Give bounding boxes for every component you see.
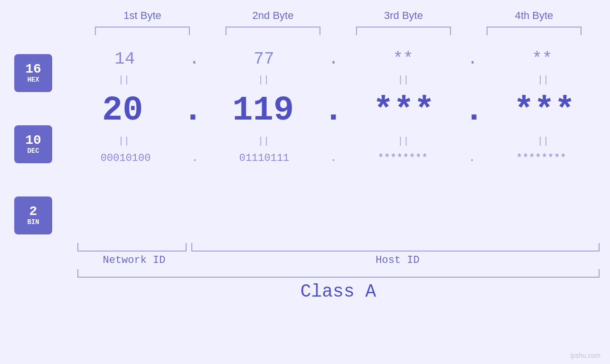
bracket-3 xyxy=(356,27,451,35)
dec-badge-label: DEC xyxy=(27,147,39,155)
byte4-header: 4th Byte xyxy=(482,9,586,22)
bin-badge-number: 2 xyxy=(29,205,38,218)
eq1-b3: || xyxy=(351,75,456,85)
eq2-b1: || xyxy=(72,136,176,147)
byte3-header: 3rd Byte xyxy=(351,9,456,22)
hex-b3: ** xyxy=(351,49,455,69)
dec-row: 20 . 119 . *** . *** xyxy=(66,86,601,135)
bin-dot-2: . xyxy=(330,152,337,164)
watermark: ipshu.com xyxy=(570,352,601,359)
eq2-b3: || xyxy=(351,136,456,147)
network-bracket xyxy=(77,243,187,252)
main-container: 1st Byte 2nd Byte 3rd Byte 4th Byte 16 H… xyxy=(0,0,610,364)
dec-badge-number: 10 xyxy=(25,134,41,147)
hex-dot-2: . xyxy=(328,49,339,69)
dec-dot-3: . xyxy=(464,93,484,128)
dec-b2: 119 xyxy=(211,91,315,130)
host-bracket xyxy=(191,243,600,252)
host-id-label: Host ID xyxy=(196,254,600,266)
bin-badge: 2 BIN xyxy=(14,196,52,234)
eq2-b4: || xyxy=(491,136,595,147)
eq1-b1: || xyxy=(72,75,176,85)
bin-badge-label: BIN xyxy=(27,218,39,226)
hex-badge-label: HEX xyxy=(27,76,39,84)
hex-badge: 16 HEX xyxy=(14,54,52,92)
full-width-bracket xyxy=(77,269,600,278)
eq1-b4: || xyxy=(491,75,595,85)
byte-headers: 1st Byte 2nd Byte 3rd Byte 4th Byte xyxy=(77,9,600,22)
byte1-header: 1st Byte xyxy=(90,9,195,22)
equals-row-1: || || || || xyxy=(66,74,601,86)
dec-dot-2: . xyxy=(323,93,344,128)
bin-dot-1: . xyxy=(192,152,198,164)
bottom-section: Network ID Host ID xyxy=(77,243,600,266)
bin-b1: 00010100 xyxy=(74,152,178,164)
bin-b4: ******** xyxy=(489,152,593,164)
dec-b4: *** xyxy=(492,91,597,130)
network-id-label: Network ID xyxy=(77,254,191,266)
hex-dot-1: . xyxy=(189,49,200,69)
hex-b4: ** xyxy=(490,49,594,69)
equals-row-2: || || || || xyxy=(66,135,601,148)
badges-column: 16 HEX 10 DEC 2 BIN xyxy=(0,45,66,239)
top-brackets xyxy=(77,27,600,35)
eq1-b2: || xyxy=(211,75,316,85)
bracket-4 xyxy=(487,27,582,35)
hex-badge-number: 16 xyxy=(25,63,41,76)
dec-b3: *** xyxy=(352,91,456,130)
bottom-brackets xyxy=(77,243,600,252)
dec-badge: 10 DEC xyxy=(14,125,52,163)
dec-dot-1: . xyxy=(183,93,203,128)
bracket-1 xyxy=(95,27,190,35)
hex-row: 14 . 77 . ** . ** xyxy=(66,45,601,74)
bin-dot-3: . xyxy=(469,152,475,164)
dec-b1: 20 xyxy=(70,91,175,130)
class-label: Class A xyxy=(0,281,610,302)
hex-b1: 14 xyxy=(73,49,177,69)
eq2-b2: || xyxy=(211,136,316,147)
byte2-header: 2nd Byte xyxy=(221,9,325,22)
id-labels: Network ID Host ID xyxy=(77,254,600,266)
bracket-2 xyxy=(225,27,320,35)
bin-b2: 01110111 xyxy=(212,152,317,164)
hex-b2: 77 xyxy=(212,49,316,69)
hex-dot-3: . xyxy=(468,49,478,69)
bin-b3: ******** xyxy=(350,152,455,164)
bin-row: 00010100 . 01110111 . ******** . *******… xyxy=(66,148,601,169)
